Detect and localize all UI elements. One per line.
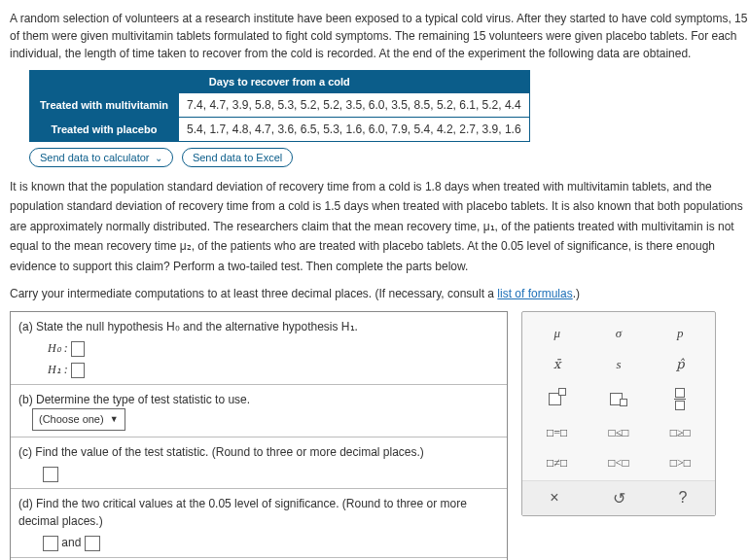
row2-label: Treated with placebo [30,118,179,142]
test-stat-input[interactable] [43,467,58,482]
part-b: (b) Determine the type of test statistic… [11,384,507,437]
ne-template[interactable]: □≠□ [526,448,588,478]
subscript-template[interactable] [588,380,649,418]
row1-label: Treated with multivitamin [30,93,179,118]
help-button[interactable]: ? [651,481,715,515]
formulas-link[interactable]: list of formulas [497,287,572,300]
exponent-template[interactable] [526,380,588,418]
xbar-symbol[interactable]: x̄ [526,349,588,380]
lt-template[interactable]: □<□ [588,448,649,478]
row1-values: 7.4, 4.7, 3.9, 5.8, 5.3, 5.2, 5.2, 3.5, … [179,93,530,118]
s-symbol[interactable]: s [588,349,649,380]
crit-val-1-input[interactable] [43,536,58,551]
symbol-palette: μ σ p x̄ s p̂ □=□ □≤□ □≥□ □≠□ □<□ □>□ × … [521,311,716,516]
send-calc-label: Send data to calculator [40,152,150,163]
carry-text: Carry your intermediate computations to … [10,284,749,303]
data-table: Days to recover from a cold Treated with… [29,70,530,142]
explanation-text: It is known that the population standard… [10,177,749,276]
send-to-excel-button[interactable]: Send data to Excel [182,148,293,167]
triangle-down-icon: ▼ [110,413,119,427]
h0-input[interactable] [71,341,85,357]
le-template[interactable]: □≤□ [588,418,649,448]
p-symbol[interactable]: p [650,318,711,349]
chevron-down-icon: ⌄ [155,153,162,163]
equals-template[interactable]: □=□ [526,418,588,448]
part-c: (c) Find the value of the test statistic… [11,437,507,488]
mu-symbol[interactable]: μ [526,318,588,349]
crit-val-2-input[interactable] [85,536,100,551]
table-header: Days to recover from a cold [30,71,530,93]
h1-input[interactable] [71,363,85,378]
sigma-symbol[interactable]: σ [588,318,649,349]
send-to-calculator-button[interactable]: Send data to calculator ⌄ [29,148,173,167]
fraction-template[interactable] [650,380,711,418]
intro-text: A random selection of volunteers at a re… [10,10,749,62]
send-buttons: Send data to calculator ⌄ Send data to E… [29,148,749,167]
ge-template[interactable]: □≥□ [650,418,711,448]
gt-template[interactable]: □>□ [650,448,711,478]
part-a: (a) State the null hypothesis H₀ and the… [11,312,507,384]
test-statistic-select[interactable]: (Choose one)▼ [32,408,125,431]
reset-button[interactable]: ↺ [587,481,651,515]
parts-box: (a) State the null hypothesis H₀ and the… [10,311,508,560]
phat-symbol[interactable]: p̂ [650,349,711,380]
part-d: (d) Find the two critical values at the … [11,488,507,557]
row2-values: 5.4, 1.7, 4.8, 4.7, 3.6, 6.5, 5.3, 1.6, … [179,118,530,142]
clear-button[interactable]: × [522,481,587,515]
